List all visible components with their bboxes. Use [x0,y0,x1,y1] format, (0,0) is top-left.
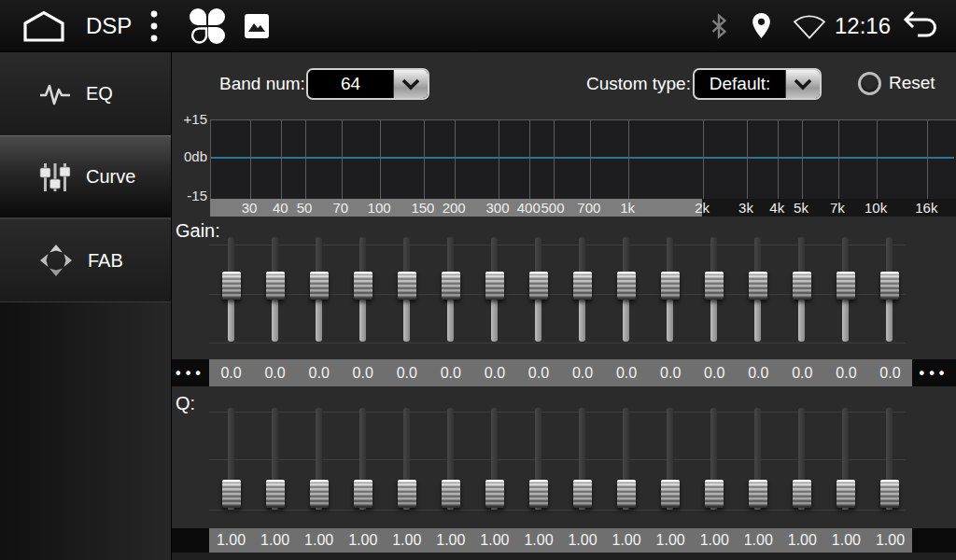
gain-slider[interactable] [836,237,855,343]
gain-slider[interactable] [354,237,373,343]
clock: 12:16 [835,13,891,39]
wifi-icon [792,13,827,39]
top-bar: DSP 12:16 [0,0,956,52]
plot-gridline [380,120,381,199]
gain-slider[interactable] [529,237,548,343]
gain-slider[interactable] [485,237,504,343]
y-tick-minus15: -15 [173,189,207,203]
freq-tick: 150 [411,199,434,217]
sidebar-item-fab[interactable]: FAB [0,218,171,301]
q-value: 1.00 [561,528,605,553]
gain-slider[interactable] [880,237,899,343]
sidebar-empty [0,301,171,509]
gain-slider[interactable] [442,237,460,343]
q-value: 1.00 [385,528,429,553]
custom-type-label: Custom type: [586,68,691,100]
chevron-down-icon[interactable] [785,70,820,98]
reset-radio[interactable] [858,72,881,95]
sliders-icon [39,162,71,192]
q-slider[interactable] [793,408,811,511]
band-num-label: Band num: [219,68,305,100]
q-slider[interactable] [310,408,329,511]
sidebar-item-curve[interactable]: Curve [0,135,171,218]
q-value: 1.00 [297,528,341,553]
q-slider[interactable] [222,408,241,511]
q-value: 1.00 [253,528,297,553]
q-slider[interactable] [836,408,855,511]
gain-value: 0.0 [605,359,649,386]
plot-gridline [747,120,748,199]
q-values-strip: 1.001.001.001.001.001.001.001.001.001.00… [209,528,912,553]
freq-tick: 100 [368,199,391,217]
freq-tick: 30 [242,199,258,217]
gain-slider[interactable] [573,237,592,343]
freq-tick: 300 [485,199,509,217]
dsp-app-screen: DSP 12:16 [0,0,956,560]
custom-type-dropdown[interactable]: Default: [693,68,822,100]
gain-slider[interactable] [661,237,680,343]
q-slider[interactable] [880,408,899,511]
gain-slider[interactable] [266,237,285,343]
q-slider[interactable] [529,408,548,511]
freq-tick: 500 [541,199,564,217]
gain-value: 0.0 [429,359,472,386]
q-slider[interactable] [485,408,504,511]
location-pin-icon [752,12,771,39]
freq-tick: 5k [794,199,808,217]
gain-values-strip: 0.00.00.00.00.00.00.00.00.00.00.00.00.00… [209,359,912,386]
q-value: 1.00 [649,528,693,553]
gain-slider[interactable] [705,237,724,343]
band-num-dropdown[interactable]: 64 [306,68,429,100]
q-scroll-right-button[interactable] [912,528,956,553]
freq-tick: 7k [830,199,845,217]
sidebar-item-label: Curve [86,166,135,188]
sidebar: EQ Curve FAB [0,52,172,560]
q-scroll-left-button[interactable] [172,528,209,553]
plot-gridline [590,120,591,199]
freq-tick: 2k [695,199,710,217]
plot-gridline [305,120,306,199]
freq-axis: 304050701001502003004005007001k2k3k4k5k7… [210,199,956,217]
q-slider[interactable] [617,408,636,511]
q-slider[interactable] [266,408,285,511]
plot-gridline [455,120,456,199]
gain-scroll-left-button[interactable]: ••• [172,359,209,386]
gain-scroll-right-button[interactable]: ••• [912,359,956,386]
gain-value: 0.0 [737,359,780,386]
q-value: 1.00 [605,528,649,553]
q-slider[interactable] [705,408,724,511]
q-slider[interactable] [354,408,373,511]
eq-curve-line [211,157,954,159]
q-slider[interactable] [398,408,416,511]
freq-tick: 3k [738,199,753,217]
overflow-menu-icon[interactable] [150,9,158,43]
gain-slider[interactable] [749,237,767,343]
q-slider[interactable] [661,408,680,511]
sidebar-item-eq[interactable]: EQ [0,52,171,135]
gain-slider[interactable] [398,237,416,343]
q-slider[interactable] [573,408,592,511]
gain-slider[interactable] [222,237,241,343]
plot-gridline [554,120,555,199]
gain-slider[interactable] [793,237,811,343]
freq-tick: 200 [443,199,466,217]
gain-value: 0.0 [209,359,253,386]
gain-slider[interactable] [310,237,329,343]
plot-gridline [802,120,803,199]
q-slider[interactable] [749,408,767,511]
gain-slider[interactable] [617,237,636,343]
chevron-down-icon[interactable] [393,70,428,98]
q-value: 1.00 [209,528,253,553]
q-slider[interactable] [442,408,460,511]
gain-value: 0.0 [516,359,560,386]
freq-tick: 16k [915,199,937,217]
clover-apps-icon[interactable] [188,7,227,45]
gain-value: 0.0 [868,359,912,386]
gallery-icon[interactable] [244,13,270,39]
home-icon[interactable] [22,10,65,42]
gain-value: 0.0 [385,359,429,386]
q-value: 1.00 [737,528,780,553]
plot-gridline [778,120,779,199]
back-arrow-icon[interactable] [900,9,941,43]
gain-value: 0.0 [780,359,824,386]
